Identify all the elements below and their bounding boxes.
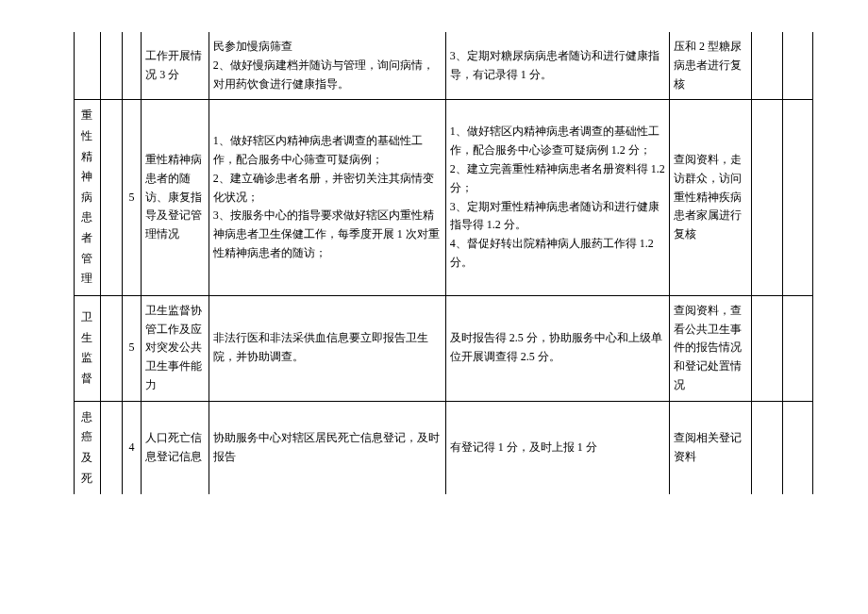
cell-criteria: 及时报告得 2.5 分，协助服务中心和上级单位开展调查得 2.5 分。: [445, 295, 669, 401]
cell-extra1: [752, 32, 782, 100]
cell-blank: [100, 401, 122, 494]
table-row: 工作开展情况 3 分 民参加慢病筛查 2、做好慢病建档并随访与管理，询问病情，对…: [75, 32, 813, 100]
cell-score: 5: [122, 295, 142, 401]
cell-description: 1、做好辖区内精神病患者调查的基础性工作，配合服务中心筛查可疑病例； 2、建立确…: [209, 100, 445, 295]
table-row: 卫 生 监 督 5 卫生监督协管工作及应对突发公共卫生事件能力 非法行医和非法采…: [75, 295, 813, 401]
cell-extra2: [782, 100, 812, 295]
cell-method: 查阅相关登记资料: [669, 401, 752, 494]
cell-blank: [100, 32, 122, 100]
cell-extra2: [782, 32, 812, 100]
cell-score: 5: [122, 100, 142, 295]
cell-extra2: [782, 295, 812, 401]
cell-extra2: [782, 401, 812, 494]
cell-method: 查阅资料，查看公共卫生事件的报告情况和登记处置情况: [669, 295, 752, 401]
cell-score: 4: [122, 401, 142, 494]
cell-description: 非法行医和非法采供血信息要立即报告卫生院，并协助调查。: [209, 295, 445, 401]
cell-item: 重性精神病患者的随访、康复指导及登记管理情况: [142, 100, 209, 295]
cell-description: 民参加慢病筛查 2、做好慢病建档并随访与管理，询问病情，对用药饮食进行健康指导。: [209, 32, 445, 100]
cell-method: 压和 2 型糖尿病患者进行复核: [669, 32, 752, 100]
assessment-table: 工作开展情况 3 分 民参加慢病筛查 2、做好慢病建档并随访与管理，询问病情，对…: [74, 32, 813, 494]
cell-item: 工作开展情况 3 分: [142, 32, 209, 100]
cell-category: 患 癌 及 死: [75, 401, 101, 494]
table-row: 患 癌 及 死 4 人口死亡信息登记信息 协助服务中心对辖区居民死亡信息登记，及…: [75, 401, 813, 494]
cell-item: 人口死亡信息登记信息: [142, 401, 209, 494]
cell-criteria: 1、做好辖区内精神病患者调查的基础性工作，配合服务中心诊查可疑病例 1.2 分；…: [445, 100, 669, 295]
cell-score: [122, 32, 142, 100]
table-row: 重 性 精 神 病 患 者 管 理 5 重性精神病患者的随访、康复指导及登记管理…: [75, 100, 813, 295]
cell-description: 协助服务中心对辖区居民死亡信息登记，及时报告: [209, 401, 445, 494]
cell-category: 卫 生 监 督: [75, 295, 101, 401]
cell-criteria: 3、定期对糖尿病病患者随访和进行健康指导，有记录得 1 分。: [445, 32, 669, 100]
cell-item: 卫生监督协管工作及应对突发公共卫生事件能力: [142, 295, 209, 401]
cell-blank: [100, 295, 122, 401]
cell-method: 查阅资料，走访群众，访问重性精神疾病患者家属进行复核: [669, 100, 752, 295]
cell-criteria: 有登记得 1 分，及时上报 1 分: [445, 401, 669, 494]
cell-extra1: [752, 401, 782, 494]
cell-extra1: [752, 100, 782, 295]
cell-category: [75, 32, 101, 100]
cell-category: 重 性 精 神 病 患 者 管 理: [75, 100, 101, 295]
cell-blank: [100, 100, 122, 295]
cell-extra1: [752, 295, 782, 401]
